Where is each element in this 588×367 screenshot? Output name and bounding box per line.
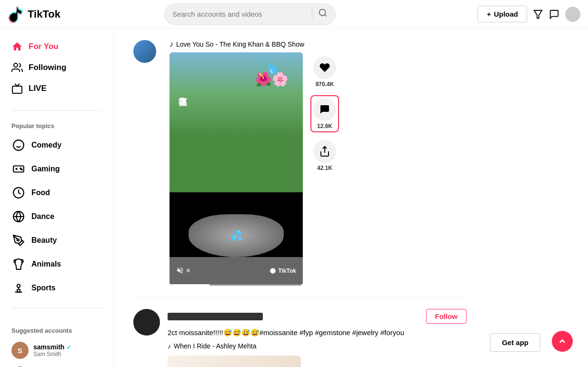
- samsmith-display-name: Sam Smith: [33, 351, 71, 357]
- filter-icon-button[interactable]: [533, 9, 543, 20]
- dance-label: Dance: [31, 212, 54, 221]
- svg-point-13: [270, 268, 276, 274]
- scroll-to-top-button[interactable]: [552, 331, 573, 352]
- dance-icon: [11, 209, 26, 224]
- sidebar-item-for-you[interactable]: For You: [0, 36, 114, 57]
- sidebar-item-dance[interactable]: Dance: [0, 205, 114, 228]
- gaming-label: Gaming: [31, 165, 60, 173]
- video-poster-avatar-1[interactable]: [133, 40, 156, 63]
- video-player-area-1: 🌺🌸 💧 💦 復蒸: [169, 52, 467, 286]
- heart-icon-1: [319, 62, 330, 73]
- music-icon-2: ♪: [168, 342, 171, 350]
- suggested-account-samsmith[interactable]: S samsmith ✓ Sam Smith: [0, 338, 114, 363]
- svg-point-0: [319, 10, 326, 16]
- svg-point-9: [21, 169, 22, 170]
- post-song-2: ♪ When I Ride - Ashley Mehta: [168, 342, 467, 350]
- food-label: Food: [31, 188, 50, 197]
- post-username-bar-2: [168, 313, 263, 320]
- sidebar-nav: For You Following LIVE: [0, 36, 114, 107]
- messages-icon-button[interactable]: [549, 9, 559, 20]
- comment-count-1: 12.6K: [317, 123, 332, 129]
- samsmith-verified-icon: ✓: [66, 344, 71, 351]
- video-item-1: ♪ Love You So - The King Khan & BBQ Show…: [133, 29, 467, 298]
- post-username-2: [168, 313, 263, 320]
- post-body-2: Follow 2ct moissanite!!!!!😅😅😅😅#moissanit…: [168, 309, 467, 367]
- beauty-label: Beauty: [31, 236, 57, 245]
- suggested-account-therock[interactable]: R therock ✓ The Rock: [0, 363, 114, 367]
- header: TikTok + Upload: [0, 0, 588, 29]
- like-button-1[interactable]: 970.4K: [310, 56, 339, 88]
- comedy-icon: [11, 138, 26, 152]
- filter-icon: [533, 9, 543, 20]
- upload-button[interactable]: + Upload: [478, 6, 527, 22]
- get-app-button[interactable]: Get app: [490, 333, 540, 352]
- chevron-up-icon: [558, 337, 567, 346]
- gaming-icon: [11, 162, 26, 176]
- search-bar: [164, 3, 336, 25]
- svg-point-4: [13, 140, 24, 150]
- sidebar-item-live[interactable]: LIVE: [0, 78, 114, 99]
- share-button-1[interactable]: 42.1K: [310, 140, 339, 171]
- sports-label: Sports: [31, 284, 56, 292]
- like-circle-1: [313, 56, 336, 79]
- search-icon: [318, 8, 328, 18]
- sidebar: For You Following LIVE: [0, 29, 114, 367]
- sports-icon: [11, 281, 26, 295]
- post-item-2: Follow 2ct moissanite!!!!!😅😅😅😅#moissanit…: [133, 298, 467, 367]
- svg-rect-3: [12, 86, 22, 93]
- video-actions-1: 970.4K 12.6K: [310, 52, 339, 286]
- sidebar-item-comedy[interactable]: Comedy: [0, 133, 114, 157]
- animals-icon: [11, 257, 26, 271]
- comedy-label: Comedy: [31, 141, 61, 149]
- comment-button-1[interactable]: 12.6K: [310, 95, 339, 132]
- header-actions: + Upload: [478, 6, 580, 22]
- video-song-title-1: Love You So - The King Khan & BBQ Show: [176, 40, 304, 48]
- share-circle-1: [313, 140, 336, 163]
- post-thumbnail-2[interactable]: 💍: [168, 356, 301, 367]
- share-icon-1: [319, 146, 330, 157]
- upload-label: Upload: [494, 10, 518, 18]
- like-count-1: 970.4K: [316, 81, 334, 88]
- comment-icon-1: [319, 104, 330, 115]
- search-button[interactable]: [318, 8, 328, 20]
- sidebar-item-animals[interactable]: Animals: [0, 252, 114, 276]
- sidebar-item-for-you-label: For You: [29, 42, 59, 51]
- search-input[interactable]: [172, 10, 306, 18]
- post-description-2: 2ct moissanite!!!!!😅😅😅😅#moissanite #fyp …: [168, 327, 467, 338]
- sidebar-item-gaming[interactable]: Gaming: [0, 157, 114, 181]
- tiktok-watermark: TikTok: [269, 268, 296, 274]
- logo-text: TikTok: [28, 8, 60, 20]
- video-mute-indicator: ✕: [176, 267, 191, 274]
- sidebar-item-following[interactable]: Following: [0, 57, 114, 78]
- logo[interactable]: TikTok: [8, 6, 93, 23]
- post-header-2: Follow: [168, 309, 467, 324]
- live-icon: [11, 83, 23, 94]
- samsmith-info: samsmith ✓ Sam Smith: [33, 343, 71, 357]
- search-divider: [312, 9, 312, 20]
- video-content-1: ♪ Love You So - The King Khan & BBQ Show…: [169, 40, 467, 286]
- food-icon: [11, 186, 26, 200]
- sidebar-divider-2: [11, 307, 102, 308]
- sidebar-item-sports[interactable]: Sports: [0, 276, 114, 300]
- beauty-icon: [11, 233, 26, 248]
- video-song-1: ♪ Love You So - The King Khan & BBQ Show: [169, 40, 467, 49]
- following-icon: [11, 62, 23, 73]
- video-feed: ♪ Love You So - The King Khan & BBQ Show…: [133, 29, 467, 367]
- sidebar-divider: [11, 110, 102, 111]
- music-icon-1: ♪: [169, 40, 173, 49]
- sidebar-item-beauty[interactable]: Beauty: [0, 228, 114, 252]
- svg-point-2: [14, 63, 18, 67]
- follow-button[interactable]: Follow: [426, 309, 467, 324]
- sidebar-item-food[interactable]: Food: [0, 181, 114, 205]
- main-content: ♪ Love You So - The King Khan & BBQ Show…: [114, 29, 588, 367]
- post-avatar-2[interactable]: [133, 309, 160, 336]
- popular-topics-title: Popular topics: [0, 119, 114, 133]
- animals-label: Animals: [31, 260, 61, 268]
- layout: For You Following LIVE: [0, 29, 588, 367]
- comment-circle-1: [313, 98, 336, 121]
- video-poster-area-1: [133, 40, 162, 286]
- video-thumbnail-1[interactable]: 🌺🌸 💧 💦 復蒸: [169, 52, 303, 286]
- suggested-accounts-title: Suggested accounts: [0, 323, 114, 338]
- user-avatar[interactable]: [565, 7, 580, 22]
- suggested-accounts-section: Suggested accounts S samsmith ✓ Sam Smit…: [0, 316, 114, 367]
